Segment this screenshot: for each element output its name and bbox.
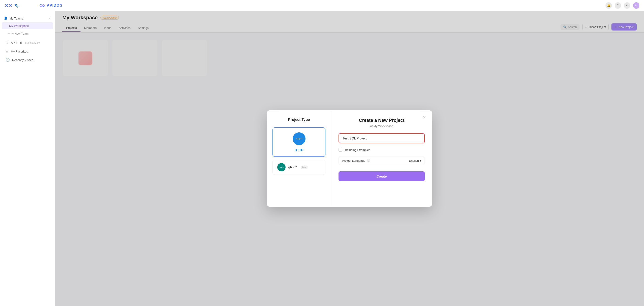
user-avatar[interactable]: U: [633, 2, 640, 9]
language-label-group: Project Language ?: [342, 159, 370, 162]
brand-logo: APIDOG: [39, 3, 62, 8]
sidebar-item-my-workspace[interactable]: My Workspace: [2, 22, 53, 29]
api-hub-icon: ⊙: [6, 41, 8, 45]
grpc-icon-text: gRPC: [279, 166, 284, 168]
help-button[interactable]: ?: [615, 2, 621, 9]
bell-button[interactable]: 🔔: [606, 2, 612, 9]
top-header: ✕✕ 🐾 APIDOG 🔔 ? ⚙ U: [0, 0, 644, 11]
sidebar: 👤 My Teams ▲ My Workspace ＋ + New Team ⊙…: [0, 11, 55, 306]
create-project-title: Create a New Project: [338, 118, 425, 123]
sidebar-item-new-team[interactable]: ＋ + New Team: [2, 30, 53, 38]
create-button-label: Create: [376, 174, 387, 178]
chevron-down-icon: ▾: [420, 159, 421, 162]
logo-icon: ✕✕: [4, 3, 12, 8]
clock-icon: 🕐: [6, 58, 10, 62]
apidog-logo: 🐾: [14, 3, 37, 8]
chevron-up-icon: ▲: [48, 17, 51, 20]
project-language-help-icon: ?: [367, 159, 370, 162]
project-language-row[interactable]: Project Language ? English ▾: [338, 156, 425, 165]
project-name-input[interactable]: [338, 133, 425, 143]
http-icon: HTTP: [293, 132, 306, 145]
modal: ✕ Project Type HTTP HTTP g: [267, 110, 432, 207]
star-icon: ☆: [6, 49, 8, 54]
language-value-group: English ▾: [409, 159, 421, 162]
recently-visited-label: Recently Visited: [12, 58, 34, 62]
create-project-subtitle: of My Workspace: [338, 124, 425, 128]
logo-area: ✕✕ 🐾 APIDOG: [4, 3, 62, 8]
my-workspace-label: My Workspace: [9, 24, 29, 28]
sidebar-item-recently-visited[interactable]: 🕐 Recently Visited: [2, 56, 53, 64]
header-right: 🔔 ? ⚙ U: [606, 2, 640, 9]
plus-icon: ＋: [7, 32, 10, 36]
api-hub-label: API Hub: [11, 41, 22, 45]
project-type-title: Project Type: [272, 118, 326, 122]
new-team-label: + New Team: [12, 32, 28, 35]
modal-overlay[interactable]: ✕ Project Type HTTP HTTP g: [55, 11, 644, 306]
question-mark: ?: [368, 160, 369, 162]
modal-left-panel: Project Type HTTP HTTP gRPC gRPC: [267, 110, 331, 207]
my-teams-label: My Teams: [10, 17, 23, 20]
http-project-type-card[interactable]: HTTP HTTP: [272, 127, 326, 157]
modal-right-panel: Create a New Project of My Workspace Inc…: [331, 110, 432, 207]
logo-text: APIDOG: [47, 4, 62, 8]
http-icon-text: HTTP: [296, 138, 302, 140]
my-teams-header[interactable]: 👤 My Teams ▲: [0, 15, 55, 22]
grpc-project-type-card[interactable]: gRPC gRPC Beta: [272, 160, 326, 175]
explore-more-label: Explore More: [25, 42, 40, 44]
grpc-icon: gRPC: [277, 163, 286, 171]
http-label: HTTP: [294, 148, 304, 152]
my-favorites-label: My Favorites: [11, 50, 28, 53]
my-teams-section: 👤 My Teams ▲ My Workspace ＋ + New Team: [0, 14, 55, 38]
project-language-label: Project Language: [342, 159, 365, 162]
language-value-text: English: [409, 159, 419, 162]
close-icon: ✕: [423, 115, 426, 120]
including-examples-checkbox[interactable]: [338, 148, 342, 152]
create-project-button[interactable]: Create: [338, 171, 425, 181]
modal-close-button[interactable]: ✕: [421, 114, 428, 120]
user-icon: 👤: [4, 16, 8, 20]
svg-text:🐾: 🐾: [14, 4, 19, 8]
including-examples-row: Including Examples: [338, 148, 425, 152]
settings-button[interactable]: ⚙: [624, 2, 630, 9]
main-layout: 👤 My Teams ▲ My Workspace ＋ + New Team ⊙…: [0, 11, 644, 306]
beta-badge: Beta: [301, 166, 308, 169]
including-examples-label: Including Examples: [344, 148, 370, 152]
sidebar-item-api-hub[interactable]: ⊙ API Hub Explore More: [2, 39, 53, 47]
content-area: My Workspace Team Owner Projects Members…: [55, 11, 644, 306]
grpc-label: gRPC: [288, 166, 297, 169]
logo-svg: [39, 3, 46, 8]
sidebar-item-favorites[interactable]: ☆ My Favorites: [2, 47, 53, 56]
